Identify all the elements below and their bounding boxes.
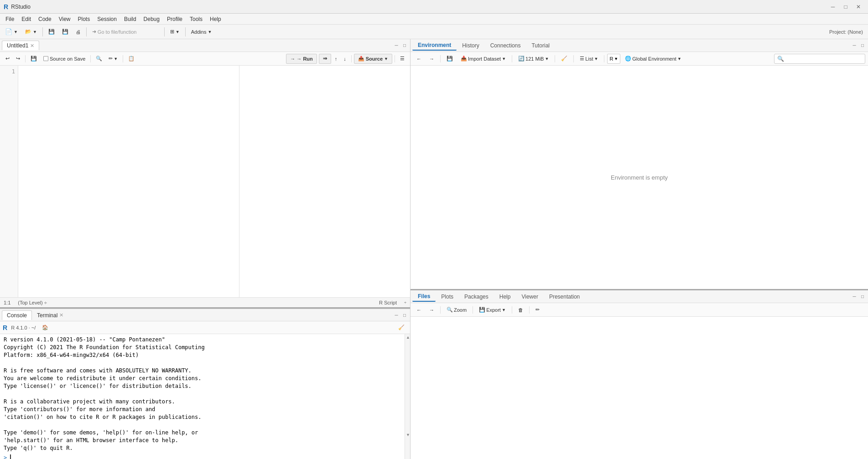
environment-tab[interactable]: Environment: [412, 41, 457, 51]
editor-tab-close[interactable]: ✕: [30, 43, 34, 49]
refresh-plot-button[interactable]: ✏: [532, 305, 543, 315]
lower-right-minimize[interactable]: ─: [851, 293, 858, 300]
compile-button[interactable]: 📋: [125, 54, 137, 64]
lower-right-maximize[interactable]: □: [859, 293, 866, 300]
print-button[interactable]: 🖨: [73, 26, 84, 37]
addins-button[interactable]: Addins ▼: [188, 26, 215, 37]
env-forward-button[interactable]: →: [426, 54, 437, 64]
run-down-button[interactable]: ↓: [341, 54, 349, 64]
new-file-dropdown[interactable]: ▼: [14, 30, 18, 34]
run-button[interactable]: → → Run: [286, 54, 317, 64]
open-file-button[interactable]: 📂 ▼: [22, 26, 40, 37]
files-panel-tabs: Files Plots Packages Help Viewer Present…: [411, 290, 868, 303]
menu-build[interactable]: Build: [120, 15, 140, 23]
editor-panel-header: Untitled1 ✕ ─ □: [0, 39, 410, 52]
find-button[interactable]: 🔍: [93, 54, 105, 64]
source-on-save-checkbox[interactable]: Source on Save: [41, 54, 88, 64]
minimize-button[interactable]: ─: [827, 2, 839, 11]
import-icon: 📥: [461, 56, 467, 62]
clear-env-button[interactable]: 🧹: [558, 54, 571, 64]
menu-file[interactable]: File: [2, 15, 18, 23]
terminal-tab[interactable]: Terminal ✕: [32, 310, 68, 320]
list-dropdown-icon: ▼: [594, 57, 598, 61]
redo-button[interactable]: ↪: [13, 54, 23, 64]
console-tab[interactable]: Console: [2, 310, 32, 320]
env-search-box[interactable]: 🔍: [774, 54, 865, 64]
menu-tools[interactable]: Tools: [186, 15, 206, 23]
open-dropdown[interactable]: ▼: [33, 30, 37, 34]
clear-console-button[interactable]: 🧹: [395, 323, 407, 333]
grid-dropdown[interactable]: ▼: [176, 30, 180, 34]
undo-button[interactable]: ↩: [3, 54, 12, 64]
save-editor-button[interactable]: 💾: [28, 54, 40, 64]
global-env-button[interactable]: 🌐 Global Environment ▼: [622, 54, 685, 64]
left-pane: Untitled1 ✕ ─ □ ↩ ↪ 💾: [0, 39, 411, 459]
zoom-button[interactable]: 🔍 Zoom: [443, 305, 470, 315]
help-tab[interactable]: Help: [494, 292, 516, 301]
new-file-button[interactable]: 📄 ▼: [2, 26, 21, 37]
files-tab[interactable]: Files: [412, 292, 436, 302]
editor-minimize-button[interactable]: ─: [393, 42, 400, 49]
scroll-up-button[interactable]: ▲: [405, 334, 410, 340]
scroll-down-button[interactable]: ▼: [405, 432, 410, 438]
rerun-button[interactable]: ⇒: [319, 54, 331, 64]
ed-sep-3: [123, 55, 123, 62]
maximize-button[interactable]: □: [840, 2, 852, 11]
filetype-label[interactable]: R Script: [379, 300, 397, 305]
editor-more-button[interactable]: ☰: [397, 54, 407, 64]
ed-sep-1: [25, 55, 26, 62]
editor-maximize-button[interactable]: □: [401, 42, 408, 49]
go-to-file-icon: ➜: [92, 29, 96, 35]
env-toolbar: ← → 💾 📥 Import Dataset ▼ 🔄 121 MiB: [411, 52, 868, 66]
save-button[interactable]: 💾: [45, 26, 58, 37]
source-dropdown-icon[interactable]: ▼: [384, 57, 388, 61]
menu-profile[interactable]: Profile: [163, 15, 186, 23]
console-output[interactable]: R version 4.1.0 (2021-05-18) -- "Camp Po…: [0, 334, 405, 459]
tutorial-tab[interactable]: Tutorial: [526, 41, 555, 50]
close-button[interactable]: ✕: [852, 2, 864, 11]
menu-help[interactable]: Help: [206, 15, 225, 23]
code-editor[interactable]: [18, 66, 239, 297]
go-to-file-label: Go to file/function: [98, 29, 137, 35]
code-tools-button[interactable]: ✏ ▼: [106, 54, 120, 64]
r-version-dropdown[interactable]: R ▼: [607, 54, 620, 64]
plots-forward-button[interactable]: →: [426, 305, 437, 315]
project-label[interactable]: Project: (None): [826, 26, 866, 37]
working-dir-button[interactable]: 🏠: [39, 323, 51, 333]
console-minimize-button[interactable]: ─: [393, 311, 400, 319]
terminal-tab-close[interactable]: ✕: [59, 312, 63, 318]
menu-edit[interactable]: Edit: [18, 15, 35, 23]
menu-view[interactable]: View: [55, 15, 74, 23]
upper-right-maximize[interactable]: □: [859, 42, 866, 49]
import-dataset-button[interactable]: 📥 Import Dataset ▼: [457, 54, 509, 64]
console-scrollbar[interactable]: ▲ ▼: [405, 334, 410, 459]
editor-tab-untitled1[interactable]: Untitled1 ✕: [2, 41, 39, 50]
upper-right-minimize[interactable]: ─: [851, 42, 858, 49]
viewer-tab[interactable]: Viewer: [516, 292, 543, 301]
env-back-button[interactable]: ←: [413, 54, 425, 64]
menu-session[interactable]: Session: [94, 15, 120, 23]
menu-code[interactable]: Code: [35, 15, 55, 23]
menu-plots[interactable]: Plots: [74, 15, 94, 23]
delete-plot-button[interactable]: 🗑: [515, 305, 526, 315]
save-all-button[interactable]: 💾: [59, 26, 72, 37]
grid-button[interactable]: ⊞ ▼: [167, 26, 183, 37]
plots-back-button[interactable]: ←: [413, 305, 425, 315]
history-tab[interactable]: History: [457, 41, 484, 50]
go-to-file-button[interactable]: ➜ Go to file/function: [89, 26, 162, 37]
source-label: Source: [366, 56, 383, 62]
source-button[interactable]: 📤 Source ▼: [354, 54, 392, 64]
packages-tab[interactable]: Packages: [459, 292, 494, 301]
code-tools-dropdown[interactable]: ▼: [114, 57, 118, 61]
menu-debug[interactable]: Debug: [140, 15, 163, 23]
connections-tab[interactable]: Connections: [485, 41, 526, 50]
run-up-button[interactable]: ↑: [332, 54, 340, 64]
memory-button[interactable]: 🔄 121 MiB ▼: [515, 54, 552, 64]
list-view-button[interactable]: ☰ List ▼: [577, 54, 601, 64]
export-button[interactable]: 💾 Export ▼: [476, 305, 509, 315]
env-search-input[interactable]: [786, 56, 862, 62]
env-save-button[interactable]: 💾: [443, 54, 456, 64]
plots-tab[interactable]: Plots: [436, 292, 459, 301]
console-maximize-button[interactable]: □: [401, 311, 408, 319]
presentation-tab[interactable]: Presentation: [544, 292, 585, 301]
